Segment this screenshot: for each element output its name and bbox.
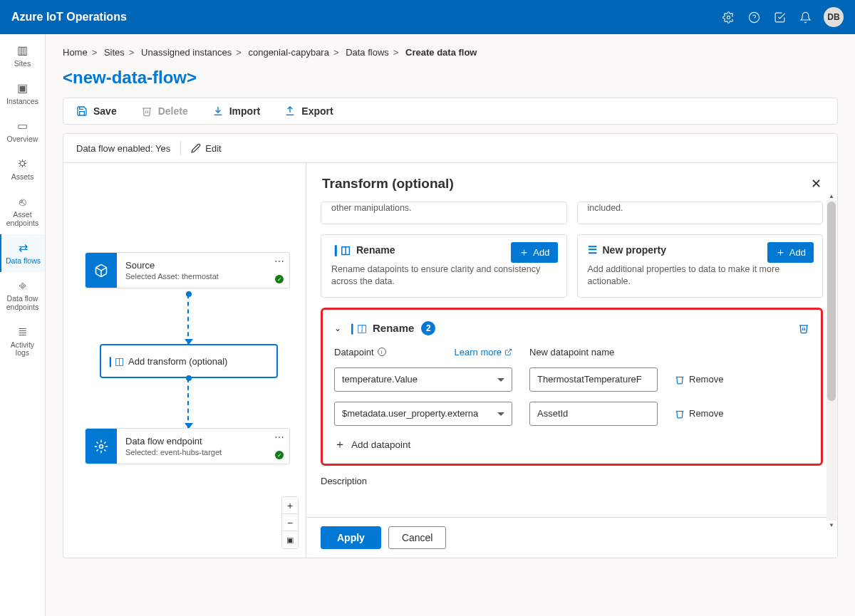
svg-point-0	[727, 16, 730, 19]
crumb-current: Create data flow	[405, 47, 477, 58]
delete-section-button[interactable]	[798, 323, 809, 334]
rename-icon: ❙◫	[348, 320, 366, 337]
nav-data-flow-endpoints[interactable]: ⎆Data flow endpoints	[0, 272, 45, 318]
diagnostics-icon[interactable]	[767, 4, 792, 30]
overview-icon: ▭	[17, 120, 28, 132]
nav-data-flows[interactable]: ⇄Data flows	[0, 234, 45, 272]
instances-icon: ▣	[17, 82, 28, 95]
crumb-dataflows[interactable]: Data flows	[346, 47, 389, 58]
nav-asset-endpoints[interactable]: ⎋Asset endpoints	[0, 189, 45, 235]
nav-sites[interactable]: ▥Sites	[0, 37, 45, 75]
add-transform-node[interactable]: ❙◫ Add transform (optional)	[100, 345, 277, 377]
remove-row-1[interactable]: Remove	[675, 408, 746, 419]
datapoint-label: Datapointi	[334, 347, 386, 357]
close-panel-button[interactable]: ✕	[811, 176, 822, 192]
save-button[interactable]: Save	[76, 105, 117, 117]
help-icon[interactable]	[741, 4, 767, 30]
export-icon	[284, 105, 296, 117]
settings-icon[interactable]	[715, 4, 741, 30]
newname-input-1[interactable]: AssetId	[529, 402, 658, 426]
side-nav: ▥Sites ▣Instances ▭Overview ⛭Assets ⎋Ass…	[0, 34, 46, 616]
chevron-down-icon[interactable]: ⌄	[334, 323, 341, 333]
card-truncated-1: other manipulations.	[321, 202, 567, 224]
datapoint-select-0[interactable]: temperature.Value	[334, 367, 512, 392]
delete-button: Delete	[141, 105, 188, 117]
crumb-sites[interactable]: Sites	[104, 47, 125, 58]
rename-section-highlight: ⌄ ❙◫ Rename 2 Datapointi Learn more	[321, 308, 823, 466]
transform-node-label: Add transform (optional)	[128, 356, 227, 367]
newname-label: New datapoint name	[529, 347, 658, 357]
newprop-card: ☰New property ＋Add Add additional proper…	[577, 234, 824, 298]
add-datapoint-button[interactable]: ＋ Add datapoint	[334, 437, 410, 452]
asset-endpoints-icon: ⎋	[19, 196, 26, 209]
edit-link[interactable]: Edit	[191, 143, 221, 154]
node-menu[interactable]: ⋯	[274, 256, 285, 267]
endpoint-icon	[86, 429, 117, 464]
nav-activity-logs[interactable]: ≣Activity logs	[0, 318, 45, 365]
brand-title: Azure IoT Operations	[11, 11, 127, 24]
save-icon	[76, 105, 88, 117]
node-subtitle: Selected Asset: thermostat	[125, 272, 281, 281]
df-endpoints-icon: ⎆	[19, 279, 26, 292]
import-button[interactable]: Import	[212, 105, 261, 117]
import-icon	[212, 105, 224, 117]
zoom-controls: + − ▣	[281, 496, 299, 549]
cancel-button[interactable]: Cancel	[388, 526, 447, 549]
notifications-icon[interactable]	[792, 4, 818, 30]
card-truncated-2: included.	[577, 202, 824, 224]
node-title: Data flow endpoint	[125, 436, 281, 447]
flow-canvas[interactable]: Source Selected Asset: thermostat ⋯ ✓ ❙◫…	[63, 163, 306, 558]
learn-more-link[interactable]: Learn more	[455, 347, 512, 357]
assets-icon: ⛭	[17, 157, 28, 170]
transform-icon: ❙◫	[101, 355, 128, 367]
nav-overview[interactable]: ▭Overview	[0, 113, 45, 150]
edit-icon	[191, 143, 201, 153]
apply-button[interactable]: Apply	[321, 526, 381, 549]
nav-instances[interactable]: ▣Instances	[0, 75, 45, 113]
description-label: Description	[321, 476, 823, 486]
add-rename-button[interactable]: ＋Add	[511, 242, 557, 263]
datapoint-select-1[interactable]: $metadata.user_property.externa	[334, 402, 512, 426]
data-flows-icon: ⇄	[19, 241, 28, 254]
remove-row-0[interactable]: Remove	[675, 374, 746, 385]
nav-assets[interactable]: ⛭Assets	[0, 150, 45, 188]
toolbar: Save Delete Import Export	[63, 98, 838, 125]
cube-icon	[86, 253, 117, 288]
zoom-out-button[interactable]: −	[282, 514, 298, 531]
add-newprop-button[interactable]: ＋Add	[767, 242, 814, 263]
svg-point-6	[100, 444, 103, 448]
crumb-home[interactable]: Home	[63, 47, 88, 58]
source-node[interactable]: Source Selected Asset: thermostat ⋯ ✓	[85, 252, 290, 288]
breadcrumb: Home> Sites> Unassigned instances> conge…	[63, 43, 838, 68]
check-icon: ✓	[275, 275, 284, 283]
activity-icon: ≣	[18, 325, 27, 338]
user-avatar[interactable]: DB	[824, 7, 844, 27]
count-badge: 2	[421, 321, 435, 335]
dataflow-enabled-label: Data flow enabled: Yes	[76, 143, 170, 154]
node-subtitle: Selected: event-hubs-target	[125, 448, 281, 456]
info-icon[interactable]: i	[378, 348, 386, 356]
destination-node[interactable]: Data flow endpoint Selected: event-hubs-…	[85, 428, 290, 464]
section-title: Rename	[373, 322, 414, 334]
book-icon: ▥	[17, 44, 28, 57]
rename-icon: ❙◫	[331, 244, 351, 256]
export-button[interactable]: Export	[284, 105, 333, 117]
page-title: <new-data-flow>	[63, 68, 838, 88]
newname-input-0[interactable]: ThermostatTemperatureF	[529, 367, 658, 392]
trash-icon	[141, 105, 152, 117]
status-bar: Data flow enabled: Yes Edit	[63, 133, 838, 163]
plus-icon: ＋	[334, 437, 346, 452]
crumb-unassigned[interactable]: Unassigned instances	[141, 47, 232, 58]
svg-point-1	[749, 12, 759, 22]
crumb-instance[interactable]: congenial-capybara	[248, 47, 328, 58]
panel-title: Transform (optional)	[322, 176, 811, 192]
rename-card: ❙◫Rename ＋Add Rename datapoints to ensur…	[321, 234, 567, 298]
check-icon: ✓	[275, 451, 284, 459]
zoom-in-button[interactable]: +	[282, 497, 298, 514]
node-title: Source	[125, 260, 281, 271]
zoom-fit-button[interactable]: ▣	[282, 531, 298, 548]
node-menu[interactable]: ⋯	[274, 432, 285, 443]
list-icon: ☰	[588, 244, 597, 256]
transform-panel: Transform (optional) ✕ ▲ ▼ other manipul…	[306, 163, 837, 558]
svg-line-7	[508, 349, 512, 353]
